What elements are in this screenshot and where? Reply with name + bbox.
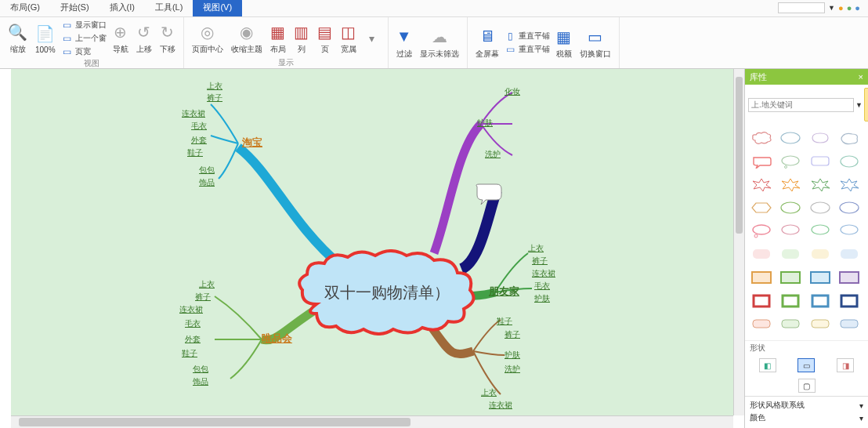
subnode[interactable]: 外套 <box>191 135 207 146</box>
horizontal-scrollbar[interactable] <box>11 415 733 428</box>
subnode[interactable]: 连衣裙 <box>489 400 512 411</box>
shape-cloud[interactable] <box>837 129 861 147</box>
mindmap-canvas[interactable]: 双十一购物清单） 淘宝 唯品会 朋友家 上衣 裤子 连衣裙 毛衣 外套 鞋子 包… <box>11 69 744 415</box>
subnode[interactable]: 裤子 <box>195 292 211 303</box>
shape-fill[interactable] <box>779 245 802 263</box>
subnode[interactable]: 包包 <box>199 165 215 176</box>
tax-button[interactable]: ▦ 税额 <box>553 19 575 67</box>
zoom-button[interactable]: 🔍 缩放 <box>5 19 31 58</box>
shape-burst[interactable] <box>779 176 802 193</box>
subnode[interactable]: 护肤 <box>477 118 493 129</box>
subnode[interactable]: 饰品 <box>193 376 208 387</box>
show-window-item[interactable]: ▭显示窗口 <box>60 19 108 31</box>
shape-square[interactable] <box>837 292 861 310</box>
shape-speech[interactable] <box>808 153 832 170</box>
scrollbar-thumb[interactable] <box>736 77 743 234</box>
subnode[interactable]: 上衣 <box>481 387 497 398</box>
tab-layout[interactable]: 布局(G) <box>0 0 50 16</box>
tab-insert[interactable]: 插入(I) <box>99 0 145 16</box>
shape-oval[interactable] <box>808 199 832 216</box>
subnode[interactable]: 裤子 <box>207 92 222 103</box>
center-button[interactable]: ◎ 页面中心 <box>189 19 226 57</box>
branch-label-taobao[interactable]: 淘宝 <box>242 136 262 150</box>
subnode[interactable]: 毛衣 <box>534 281 550 292</box>
quick-shape[interactable]: ▭ <box>797 358 815 372</box>
subnode[interactable]: 上衣 <box>199 279 215 290</box>
subnode[interactable]: 外套 <box>185 334 201 345</box>
shape-square[interactable] <box>779 292 802 310</box>
tab-tools[interactable]: 工具(L) <box>145 0 193 16</box>
subnode[interactable]: 上衣 <box>528 243 544 254</box>
branch-label-vip[interactable]: 唯品会 <box>262 332 292 346</box>
subnode[interactable]: 护肤 <box>534 293 550 304</box>
search-button[interactable]: 🔍搜索 <box>864 88 868 122</box>
shape-cloud[interactable] <box>779 129 802 147</box>
layout-dropdown[interactable]: ▾ <box>361 19 383 57</box>
subnode[interactable]: 裤子 <box>532 256 548 267</box>
shape-oval[interactable] <box>837 199 861 216</box>
nav-button[interactable]: ⊕ 导航 <box>110 19 132 58</box>
shape-outline[interactable] <box>779 315 802 332</box>
subnode[interactable]: 裤子 <box>505 329 520 340</box>
subnode[interactable]: 洗护 <box>485 149 501 160</box>
expand-button[interactable]: ▦ 布局 <box>267 19 289 57</box>
subnode[interactable]: 化妆 <box>505 86 520 97</box>
shape-frame[interactable] <box>808 269 832 286</box>
shape-thought[interactable] <box>808 223 832 240</box>
style-dropdown[interactable] <box>778 2 825 13</box>
shape-fill[interactable] <box>750 245 773 263</box>
shape-burst[interactable] <box>750 176 773 193</box>
quick-shape[interactable]: ▢ <box>798 379 816 393</box>
subnode[interactable]: 毛衣 <box>191 121 207 132</box>
subnode[interactable]: 上衣 <box>207 81 222 92</box>
shape-speech[interactable] <box>779 153 802 170</box>
shape-frame[interactable] <box>750 269 773 286</box>
shape-fill[interactable] <box>837 245 861 263</box>
subnode[interactable]: 连衣裙 <box>532 268 555 279</box>
subnode[interactable]: 饰品 <box>199 177 215 188</box>
shape-square[interactable] <box>750 292 773 310</box>
shape-speech[interactable] <box>750 153 773 170</box>
subnode[interactable]: 连衣裙 <box>182 108 205 119</box>
subnode[interactable]: 鞋子 <box>182 348 197 359</box>
shape-cloud[interactable] <box>750 129 773 147</box>
up-button[interactable]: ↺ 上移 <box>133 19 155 58</box>
shape-cloud[interactable] <box>808 129 832 147</box>
shape-thought[interactable] <box>750 223 773 240</box>
collapse-button[interactable]: ◉ 收缩主题 <box>228 19 266 57</box>
shape-outline[interactable] <box>808 315 832 332</box>
tile-v-item[interactable]: ▯重直平铺 <box>504 30 552 42</box>
down-button[interactable]: ↻ 下移 <box>157 19 179 58</box>
subnode[interactable]: 连衣裙 <box>179 304 203 315</box>
filter-button[interactable]: ▼ 过滤 <box>393 19 415 67</box>
page-button[interactable]: ▤ 页 <box>314 19 336 57</box>
shape-thought[interactable] <box>837 223 861 240</box>
shape-burst[interactable] <box>808 176 832 193</box>
subnode[interactable]: 护肤 <box>505 350 520 361</box>
central-node[interactable]: 双十一购物清单） <box>293 249 481 336</box>
shape-outline[interactable] <box>750 315 773 332</box>
subnode[interactable]: 鞋子 <box>497 316 512 327</box>
prev-window-item[interactable]: ▭上一个窗 <box>60 32 108 45</box>
shape-outline[interactable] <box>837 315 861 332</box>
col-button[interactable]: ▥ 列 <box>291 19 313 57</box>
zoom-100-button[interactable]: 📄 100% <box>32 19 59 58</box>
scrollbar-thumb[interactable] <box>19 418 410 426</box>
subnode[interactable]: 毛衣 <box>185 318 201 329</box>
shape-fill[interactable] <box>808 245 832 263</box>
width-button[interactable]: ◫ 宽属 <box>338 19 360 57</box>
tile-h-item[interactable]: ▭重直平铺 <box>504 43 552 56</box>
quick-shape[interactable]: ◨ <box>837 358 854 372</box>
shape-thought[interactable] <box>779 223 802 240</box>
shape-frame[interactable] <box>837 269 861 286</box>
shape-hex[interactable] <box>750 199 773 216</box>
subnode[interactable]: 鞋子 <box>187 147 203 158</box>
shape-burst[interactable] <box>837 176 861 193</box>
shape-frame[interactable] <box>779 269 802 286</box>
shape-oval[interactable] <box>779 199 802 216</box>
subnode[interactable]: 包包 <box>193 364 208 375</box>
tab-start[interactable]: 开始(S) <box>50 0 99 16</box>
chevron-down-icon[interactable]: ▾ <box>859 414 863 423</box>
cloud-button[interactable]: ☁ 显示未筛选 <box>417 19 462 67</box>
fullscreen-button[interactable]: 🖥 全屏幕 <box>472 19 502 67</box>
